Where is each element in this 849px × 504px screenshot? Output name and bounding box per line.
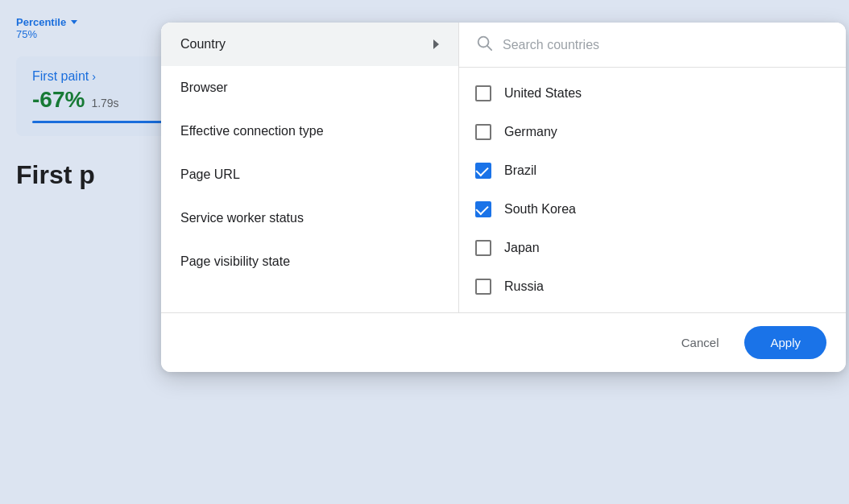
menu-item-country[interactable]: Country bbox=[161, 23, 458, 66]
country-item-germany[interactable]: Germany bbox=[459, 113, 846, 151]
country-item-south-korea[interactable]: South Korea bbox=[459, 190, 846, 229]
menu-item-service-worker-label: Service worker status bbox=[180, 211, 304, 225]
menu-item-page-url-label: Page URL bbox=[180, 167, 240, 182]
country-item-russia[interactable]: Russia bbox=[459, 267, 846, 306]
checkbox-brazil[interactable] bbox=[475, 163, 491, 179]
country-name-south-korea: South Korea bbox=[504, 202, 576, 217]
country-item-japan[interactable]: Japan bbox=[459, 229, 846, 267]
apply-button[interactable]: Apply bbox=[744, 326, 826, 359]
checkbox-south-korea[interactable] bbox=[475, 201, 491, 217]
country-name-russia: Russia bbox=[504, 279, 544, 294]
menu-item-visibility[interactable]: Page visibility state bbox=[161, 240, 458, 283]
chevron-right-icon bbox=[433, 39, 439, 49]
countries-list: United States Germany Brazil South Korea bbox=[459, 68, 846, 312]
cancel-button[interactable]: Cancel bbox=[665, 328, 735, 357]
menu-item-browser[interactable]: Browser bbox=[161, 66, 458, 109]
menu-item-page-url[interactable]: Page URL bbox=[161, 153, 458, 196]
search-icon bbox=[475, 34, 493, 56]
menu-item-connection-type-label: Effective connection type bbox=[180, 124, 324, 138]
left-menu-panel: Country Browser Effective connection typ… bbox=[161, 23, 459, 312]
country-name-united-states: United States bbox=[504, 86, 582, 101]
checkbox-russia[interactable] bbox=[475, 279, 491, 295]
menu-item-visibility-label: Page visibility state bbox=[180, 254, 290, 269]
country-item-brazil[interactable]: Brazil bbox=[459, 151, 846, 190]
menu-item-country-label: Country bbox=[180, 37, 226, 52]
country-item-united-states[interactable]: United States bbox=[459, 74, 846, 113]
checkbox-japan[interactable] bbox=[475, 240, 491, 256]
svg-line-1 bbox=[487, 46, 491, 50]
menu-item-browser-label: Browser bbox=[180, 81, 228, 95]
search-bar bbox=[459, 23, 846, 68]
country-name-germany: Germany bbox=[504, 125, 557, 139]
search-input[interactable] bbox=[503, 38, 830, 52]
menu-item-service-worker[interactable]: Service worker status bbox=[161, 196, 458, 240]
country-name-brazil: Brazil bbox=[504, 163, 536, 178]
dropdown-body: Country Browser Effective connection typ… bbox=[161, 23, 846, 312]
checkbox-germany[interactable] bbox=[475, 124, 491, 140]
right-panel: United States Germany Brazil South Korea bbox=[459, 23, 846, 312]
checkbox-united-states[interactable] bbox=[475, 85, 491, 101]
filter-dropdown: Country Browser Effective connection typ… bbox=[161, 23, 846, 372]
country-name-japan: Japan bbox=[504, 241, 540, 255]
dropdown-footer: Cancel Apply bbox=[161, 312, 846, 372]
menu-item-connection-type[interactable]: Effective connection type bbox=[161, 109, 458, 153]
